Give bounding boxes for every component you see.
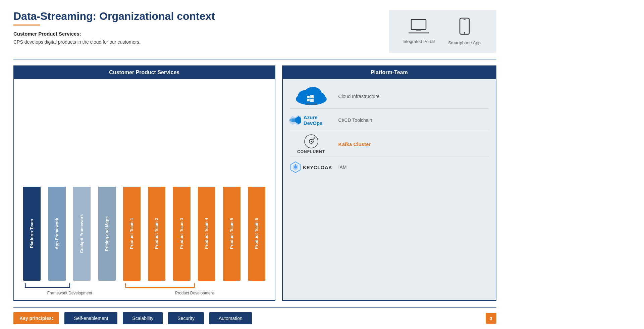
devops-label: CI/CD Toolchain: [338, 117, 372, 123]
col-cockpit-framework: Cockpit Framework: [71, 86, 93, 281]
svg-point-20: [311, 141, 312, 142]
confluent-label: Kafka Cluster: [338, 141, 371, 147]
page-number: 3: [486, 313, 496, 324]
svg-rect-13: [310, 95, 314, 98]
title-block: Data-Streaming: Organizational context C…: [13, 10, 389, 45]
bar-pricing-maps: Pricing and Maps: [98, 187, 116, 281]
svg-rect-14: [307, 99, 310, 101]
svg-text:Azure: Azure: [308, 106, 315, 106]
framework-label: Framework Development: [47, 291, 92, 295]
product-label: Product Development: [175, 291, 214, 295]
description: CPS develops digital products in the clo…: [13, 39, 389, 45]
col-product2: Product Team 2: [146, 86, 168, 281]
footer-pill-self-enablement: Self-enablement: [64, 312, 117, 324]
svg-rect-12: [307, 96, 310, 98]
bar-product2: Product Team 2: [148, 187, 165, 281]
platform-box-header: Platform-Team: [283, 66, 496, 79]
main-content: Customer Product Services Platform-Team …: [13, 65, 496, 301]
subtitle: Customer Product Services:: [13, 31, 389, 37]
keycloak-label: IAM: [338, 164, 347, 170]
laptop-icon: [409, 19, 429, 36]
platform-row-confluent: CONFLUENT Kafka Cluster: [289, 132, 489, 156]
page-title: Data-Streaming: Organizational context: [13, 10, 389, 22]
platform-row-devops: Azure DevOps CI/CD Toolchain: [289, 111, 489, 129]
cps-box-body: Platform-Team App Framework Cockpit Fram…: [14, 79, 275, 300]
confluent-icon-svg: [304, 134, 319, 149]
col-product5: Product Team 5: [221, 86, 243, 281]
bar-cockpit-framework: Cockpit Framework: [73, 187, 91, 281]
svg-rect-15: [310, 99, 314, 102]
svg-point-11: [314, 92, 325, 102]
col-product3: Product Team 3: [171, 86, 193, 281]
portal-item-integrated: Integrated Portal: [402, 19, 435, 44]
platform-box: Platform-Team: [282, 65, 496, 301]
bar-product3: Product Team 3: [173, 187, 191, 281]
cps-box-header: Customer Product Services: [14, 66, 275, 79]
devops-text: Azure DevOps: [304, 114, 333, 126]
top-divider: [13, 59, 496, 59]
portal-item-smartphone: Smartphone App: [448, 17, 481, 45]
bar-app-framework: App Framework: [48, 187, 66, 281]
title-underline: [13, 25, 40, 26]
footer-section: Key principles: Self-enablement Scalabil…: [13, 307, 496, 329]
svg-rect-5: [461, 20, 468, 32]
footer-key-principles: Key principles:: [13, 312, 59, 324]
footer-pill-security: Security: [168, 312, 204, 324]
col-product1: Product Team 1: [121, 86, 143, 281]
col-product6: Product Team 6: [246, 86, 268, 281]
azure-label: Cloud Infrastructure: [338, 94, 380, 99]
svg-rect-1: [412, 20, 425, 29]
bar-product6: Product Team 6: [248, 187, 265, 281]
bar-product4: Product Team 4: [198, 187, 215, 281]
col-app-framework: App Framework: [46, 86, 68, 281]
platform-row-azure: Microsoft Azure Cloud Infrastructure: [289, 84, 489, 109]
col-pricing-maps: Pricing and Maps: [96, 86, 118, 281]
keycloak-logo: KEYCLOAK: [289, 161, 333, 173]
confluent-text: CONFLUENT: [297, 149, 325, 154]
azure-logo: Microsoft Azure: [289, 86, 333, 106]
platform-row-keycloak: KEYCLOAK IAM: [289, 159, 489, 175]
keycloak-hex-svg: [290, 161, 301, 173]
bar-platform-team: Platform-Team: [23, 187, 41, 281]
devops-logo: Azure DevOps: [289, 113, 333, 127]
bar-product5: Product Team 5: [223, 187, 240, 281]
keycloak-text: KEYCLOAK: [303, 164, 332, 170]
footer-pill-automation: Automation: [209, 312, 252, 324]
integrated-portal-label: Integrated Portal: [402, 39, 435, 44]
devops-icon-svg: [289, 113, 301, 127]
framework-brace-svg: [21, 283, 118, 291]
svg-text:Microsoft: Microsoft: [306, 103, 317, 105]
confluent-logo: CONFLUENT: [289, 134, 333, 154]
bar-product1: Product Team 1: [123, 187, 141, 281]
page: Data-Streaming: Organizational context C…: [0, 0, 510, 329]
columns-area: Platform-Team App Framework Cockpit Fram…: [21, 86, 268, 281]
footer-pill-scalability: Scalability: [123, 312, 163, 324]
header-section: Data-Streaming: Organizational context C…: [13, 10, 496, 53]
col-product4: Product Team 4: [196, 86, 218, 281]
smartphone-app-label: Smartphone App: [448, 40, 481, 45]
svg-rect-7: [464, 19, 466, 20]
cps-box: Customer Product Services Platform-Team …: [13, 65, 275, 301]
product-brace-svg: [121, 283, 268, 291]
svg-point-6: [464, 32, 465, 34]
svg-rect-3: [416, 30, 421, 31]
platform-box-body: Microsoft Azure Cloud Infrastructure: [283, 79, 496, 300]
portal-block: Integrated Portal Smartphone App: [389, 10, 496, 53]
col-platform-team: Platform-Team: [21, 86, 43, 281]
svg-point-23: [294, 166, 297, 169]
phone-icon: [459, 17, 470, 37]
